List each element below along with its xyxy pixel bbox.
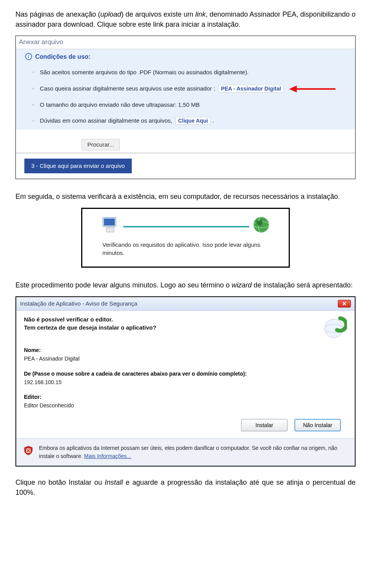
text-italic: link <box>195 10 206 18</box>
progress-line <box>123 226 249 227</box>
close-icon <box>342 302 346 306</box>
text: Dúvidas em como assinar digitalmente os … <box>40 117 172 124</box>
text: Este procedimento pode levar alguns minu… <box>15 281 231 289</box>
close-button[interactable] <box>338 300 351 308</box>
more-info-link[interactable]: Mais Informações... <box>84 453 131 459</box>
bullet-icon: ○ <box>32 68 34 77</box>
screenshot-anexar-arquivo: Anexar arquivo i Condições de uso: ○São … <box>15 36 356 179</box>
bullet-icon: ○ <box>32 116 34 125</box>
paragraph-wizard: Este procedimento pode levar alguns minu… <box>15 280 356 290</box>
verifying-text: Verificando os requisitos do aplicativo.… <box>85 238 286 258</box>
text: ) de arquivos existe um <box>121 10 196 18</box>
label-de: De (Passe o mouse sobre a cadeia de cara… <box>24 370 347 378</box>
bullet-icon: ○ <box>32 84 34 93</box>
list-item: Caso queira assinar digitalmente seus ar… <box>40 84 335 93</box>
text: Nas páginas de anexação ( <box>15 10 100 18</box>
pea-assinador-link[interactable]: PEA - Assinador Digital <box>218 85 284 92</box>
globe-icon <box>252 216 270 234</box>
text: Clique no botão Instalar ou <box>15 479 105 486</box>
value-nome: PEA - Assinador Digital <box>24 355 347 362</box>
svg-point-5 <box>325 319 343 338</box>
dialog-title: Instalação de Aplicativo - Aviso de Segu… <box>20 299 137 308</box>
svg-rect-2 <box>106 227 114 232</box>
screenshot-verificando: Verificando os requisitos do aplicativo.… <box>81 208 290 268</box>
text-italic: Install <box>105 479 123 486</box>
list-item: O tamanho do arquivo enviado não deve ul… <box>40 101 200 109</box>
browse-button[interactable]: Procurar... <box>82 139 120 150</box>
send-file-button[interactable]: 3 - Clique aqui para enviar o arquivo <box>24 159 132 173</box>
shield-warning-icon <box>23 444 34 457</box>
red-arrow-icon <box>289 86 335 92</box>
text: de instalação será apresentado: <box>252 281 352 289</box>
install-button[interactable]: Instalar <box>241 419 288 431</box>
list-item: São aceitos somente arquivos do tipo .PD… <box>40 68 248 77</box>
titlebar: Instalação de Aplicativo - Aviso de Segu… <box>16 297 355 311</box>
label-editor: Editor: <box>24 393 347 401</box>
heading-line1: Não é possível verificar o editor. <box>24 315 156 323</box>
value-de: 192.168.100.15 <box>24 378 347 386</box>
conditions-heading: Condições de uso: <box>35 52 90 61</box>
value-editor: Editor Desconhecido <box>24 402 347 409</box>
text: Caso queira assinar digitalmente seus ar… <box>40 85 215 92</box>
panel-title: Anexar arquivo <box>16 36 355 49</box>
paragraph-verify: Em seguida, o sistema verificará a exist… <box>15 191 356 202</box>
bullet-icon: ○ <box>32 101 34 109</box>
svg-rect-1 <box>104 219 115 226</box>
warning-text: Embora os aplicativos da Internet possam… <box>39 444 348 460</box>
list-item: Dúvidas em como assinar digitalmente os … <box>40 116 214 125</box>
dialog-heading: Não é possível verificar o editor. Tem c… <box>24 315 156 332</box>
intro-paragraph: Nas páginas de anexação (upload) de arqu… <box>15 9 356 29</box>
text-italic: wizard <box>231 281 252 289</box>
heading-line2: Tem certeza de que deseja instalar o apl… <box>24 323 156 332</box>
text-italic: upload <box>100 10 121 18</box>
info-icon: i <box>25 53 32 60</box>
outro-paragraph: Clique no botão Instalar ou Install e ag… <box>15 477 356 497</box>
warning-bar: Embora os aplicativos da Internet possam… <box>16 438 355 466</box>
computer-icon <box>101 217 120 234</box>
application-install-icon <box>323 315 347 339</box>
clique-aqui-link[interactable]: Clique Aqui <box>175 117 211 125</box>
do-not-install-button[interactable]: Não Instalar <box>294 419 341 431</box>
label-nome: Nome: <box>24 346 347 354</box>
screenshot-install-dialog: Instalação de Aplicativo - Aviso de Segu… <box>15 296 356 467</box>
